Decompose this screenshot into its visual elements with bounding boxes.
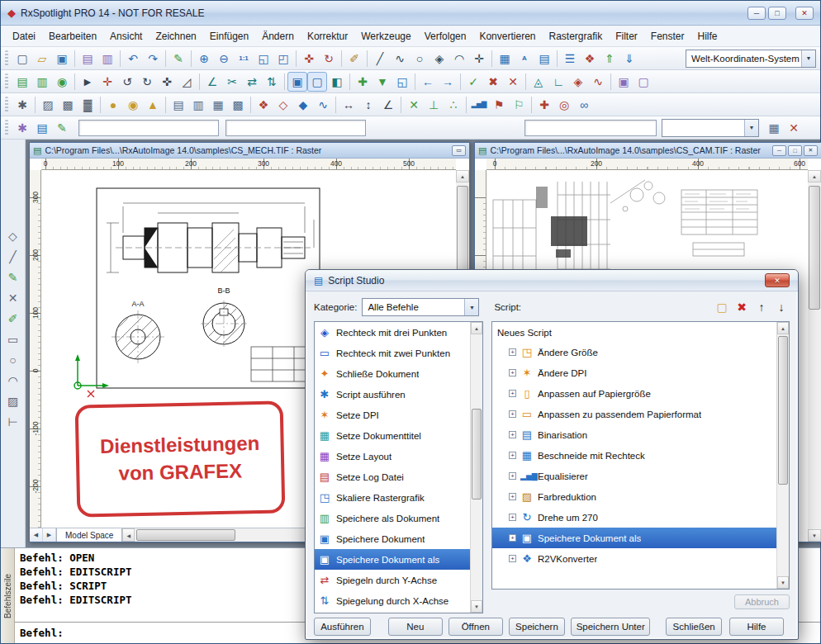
toolbar-input-2[interactable] [225,120,366,136]
script-command-item[interactable]: ▥Speichere als Dokument [315,508,470,528]
scale-button[interactable]: ◿ [177,72,197,92]
neu-button[interactable]: Neu [388,618,443,636]
expander-icon[interactable]: + [509,348,516,356]
document-title-bar[interactable]: ▤ C:\Program Files\...\RxAutoImage 14.0\… [30,143,469,159]
next-view-button[interactable]: → [438,72,458,92]
palette-button[interactable]: ❖ [580,49,600,69]
menu-zeichnen[interactable]: Zeichnen [149,27,202,45]
minimize-button[interactable]: ─ [772,145,786,156]
command-macro-button[interactable]: ✱ [12,118,32,138]
script-command-item[interactable]: ▣Speichere Dokument als [315,549,470,570]
scrollbar-thumb[interactable] [136,529,235,541]
script-command-item[interactable]: ✱Script ausführen [315,384,470,405]
open-file-button[interactable]: ▱ [32,49,52,69]
menu-verfolgen[interactable]: Verfolgen [418,27,473,45]
tree-item[interactable]: +▤Binarisation [492,424,776,445]
erase-tool-button[interactable]: ✕ [4,289,22,307]
draw-curve-button[interactable]: ∿ [390,49,410,69]
chevron-down-icon[interactable]: ▼ [744,120,758,136]
polyline-edit-button[interactable]: ◇ [273,95,293,115]
dimension-horizontal-button[interactable]: ↔ [339,95,358,115]
expander-icon[interactable]: + [509,452,516,459]
tab-scroll-left-button[interactable]: ◀ [30,528,43,542]
color-pick-button[interactable]: ▼ [373,72,392,92]
previous-view-button[interactable]: ← [418,72,438,92]
text-button[interactable]: A [515,49,534,69]
scroll-left-button[interactable]: ◀ [122,528,135,542]
scrollbar-track[interactable] [777,334,789,576]
expander-icon[interactable]: + [509,369,516,376]
command-panel-tab[interactable]: Befehlszeile [1,548,15,643]
rect-tool-button[interactable]: ▭ [4,330,22,348]
expander-icon[interactable]: + [509,472,516,480]
select-window-button[interactable]: ◱ [392,72,412,92]
minimize-button[interactable]: ▭ [452,145,466,156]
smooth-button[interactable]: ∿ [588,72,608,92]
menu-andern[interactable]: Ändern [255,27,301,45]
new-script-button[interactable]: ▢ [714,299,730,315]
scroll-down-button[interactable]: ▼ [808,529,821,542]
record-macro-button[interactable]: ◉ [52,72,72,92]
binarize-button[interactable]: ◧ [327,72,347,92]
raster-edit-button[interactable]: ◆ [293,95,313,115]
axis-z-button[interactable]: ∴ [444,95,463,115]
plot-button[interactable]: ▤ [78,49,97,69]
script-tree[interactable]: Neues Script+◳Ändere Größe+✶Ändere DPI+▯… [491,321,790,590]
chevron-down-icon[interactable]: ▼ [801,50,815,67]
tree-item[interactable]: +▯Anpassen auf Papiergröße [492,383,776,404]
tree-item[interactable]: +▂▅▇Equalisierer [492,466,776,486]
toolbar-grip[interactable] [5,73,8,90]
tree-item[interactable]: +▣Speichere Dokument als [492,528,776,548]
script-command-item[interactable]: ▤Setze Log Datei [315,466,470,487]
menu-werkzeuge[interactable]: Werkzeuge [354,27,417,45]
grid-64-button[interactable]: ▦ [208,95,228,115]
edit-text-button[interactable]: ✎ [52,118,72,138]
menu-ansicht[interactable]: Ansicht [103,27,149,45]
rotate-ccw-button[interactable]: ↺ [117,72,137,92]
tree-item[interactable]: +▭Anpassen zu passendem Papierformat [492,404,776,424]
speichern-button[interactable]: Speichern [509,618,565,636]
document-title-bar[interactable]: ▤ C:\Program Files\...\RxAutoImage 14.0\… [475,143,821,159]
scrollbar-thumb[interactable] [472,409,482,500]
vertical-scrollbar[interactable]: ▲ ▼ [470,322,482,613]
mirror-vertical-button[interactable]: ⇅ [262,72,282,92]
move-down-button[interactable]: ↓ [773,299,790,315]
script-command-item[interactable]: ◳Skaliere Rastergrafik [315,487,470,508]
tree-root[interactable]: Neues Script [492,324,776,342]
tree-item[interactable]: +❖R2VKonverter [492,548,776,569]
maximize-button[interactable]: □ [788,145,802,156]
expander-icon[interactable]: + [509,431,516,438]
trace-line-button[interactable]: ∿ [313,95,333,115]
rotate-view-button[interactable]: ↻ [319,49,339,69]
flag-red-button[interactable]: ⚑ [489,95,509,115]
tree-item[interactable]: +✶Ändere DPI [492,362,776,383]
new-file-button[interactable]: ▢ [12,49,32,69]
menu-korrektur[interactable]: Korrektur [301,27,354,45]
select-entity-button[interactable]: ► [78,72,97,92]
menu-hilfe[interactable]: Hilfe [691,27,724,45]
schliessen-button[interactable]: Schließen [666,618,722,636]
axis-x-button[interactable]: ✕ [404,95,424,115]
scroll-up-button[interactable]: ▲ [456,170,469,182]
circle-tool-button[interactable]: ○ [4,351,22,369]
script-command-item[interactable]: ▦Setze Layout [315,446,470,466]
script-command-item[interactable]: ▣Speichere Dokument [315,528,470,549]
grid-16-button[interactable]: ▤ [168,95,188,115]
raster-snap-button[interactable]: ◬ [529,72,548,92]
speichern-unter-button[interactable]: Speichern Unter [571,618,650,636]
close-toolbar-button[interactable]: ✕ [784,118,804,138]
draw-line-button[interactable]: ╱ [370,49,390,69]
script-note-button[interactable]: ▤ [12,72,32,92]
tree-item[interactable]: +▦Beschneide mit Rechteck [492,445,776,466]
menu-konvertieren[interactable]: Konvertieren [472,27,542,45]
expander-icon[interactable]: + [509,534,516,542]
scroll-up-button[interactable]: ▲ [808,170,821,182]
arc-tool-button[interactable]: ◠ [4,372,22,390]
raster-mode-button[interactable]: ▣ [287,72,307,92]
flag-white-button[interactable]: ⚐ [509,95,529,115]
group-button[interactable]: ▣ [614,72,634,92]
macro-note-button[interactable]: ▥ [32,72,52,92]
dialog-close-button[interactable]: ✕ [765,273,790,287]
raster-export-button[interactable]: ⇑ [600,49,619,69]
toolbar-grip[interactable] [5,97,8,113]
